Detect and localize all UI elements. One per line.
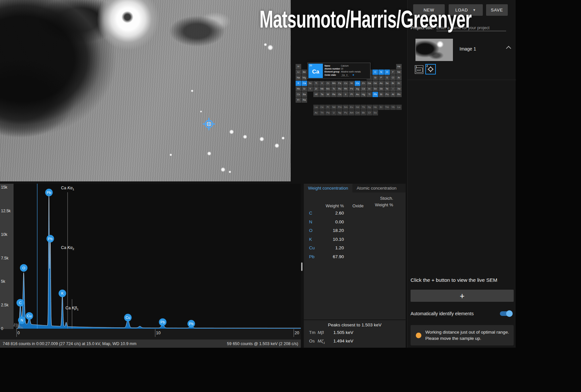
element-cell-Po[interactable]: Po	[384, 92, 390, 97]
element-cell-Nd[interactable]: Nd	[331, 105, 337, 110]
element-cell-Yb[interactable]: Yb	[390, 105, 396, 110]
element-cell-Pr[interactable]: Pr	[325, 105, 331, 110]
auto-identify-toggle[interactable]	[500, 311, 512, 316]
element-cell-C[interactable]: C	[372, 70, 378, 75]
element-cell-Ru[interactable]: Ru	[337, 86, 343, 92]
element-cell-Se[interactable]: Se	[384, 81, 390, 86]
element-cell-Ni[interactable]: Ni	[349, 81, 354, 86]
element-cell-U[interactable]: U	[331, 110, 337, 115]
element-cell-Au[interactable]: Au	[355, 92, 360, 97]
element-cell-La[interactable]: La	[313, 105, 319, 110]
element-cell-Ta[interactable]: Ta	[319, 92, 325, 97]
tab-weight-concentration[interactable]: Weight concentration	[304, 184, 352, 193]
element-cell-Y[interactable]: Y	[307, 86, 313, 92]
element-cell-Cr[interactable]: Cr	[325, 81, 331, 86]
element-cell-Ca[interactable]: Ca	[302, 81, 307, 86]
element-cell-Ne[interactable]: Ne	[396, 70, 402, 75]
element-cell-Np[interactable]: Np	[337, 110, 343, 115]
element-cell-Sn[interactable]: Sn	[372, 86, 378, 92]
element-cell-Tm[interactable]: Tm	[384, 105, 390, 110]
element-cell-Tb[interactable]: Tb	[361, 105, 366, 110]
element-cell-P[interactable]: P	[378, 75, 384, 80]
element-cell-Cd[interactable]: Cd	[361, 86, 366, 92]
element-cell-Sr[interactable]: Sr	[302, 86, 307, 92]
element-cell-Mo[interactable]: Mo	[325, 86, 331, 92]
element-cell-Am[interactable]: Am	[349, 110, 354, 115]
element-cell-Pb[interactable]: Pb	[372, 92, 378, 97]
element-cell-Os[interactable]: Os	[337, 92, 343, 97]
element-cell-Er[interactable]: Er	[378, 105, 384, 110]
element-cell-Ge[interactable]: Ge	[372, 81, 378, 86]
element-cell-He[interactable]: He	[396, 64, 402, 69]
element-cell-W[interactable]: W	[325, 92, 331, 97]
image-thumbnail[interactable]	[415, 39, 453, 61]
element-cell-Tc[interactable]: Tc	[331, 86, 337, 92]
element-cell-Br[interactable]: Br	[390, 81, 396, 86]
element-cell-Be[interactable]: Be	[302, 70, 307, 75]
element-cell-Bi[interactable]: Bi	[378, 92, 384, 97]
element-cell-K[interactable]: K	[296, 81, 301, 86]
element-cell-Eu[interactable]: Eu	[349, 105, 354, 110]
element-cell-Es[interactable]: Es	[372, 110, 378, 115]
element-cell-Gd[interactable]: Gd	[355, 105, 360, 110]
element-cell-O[interactable]: O	[384, 70, 390, 75]
element-cell-H[interactable]: H	[296, 64, 301, 69]
element-cell-Si[interactable]: Si	[372, 75, 378, 80]
element-cell-Cm[interactable]: Cm	[355, 110, 360, 115]
element-cell-Ga[interactable]: Ga	[367, 81, 372, 86]
sem-image-view[interactable]	[0, 0, 291, 181]
element-cell-Mn[interactable]: Mn	[331, 81, 337, 86]
element-cell-Fr[interactable]: Fr	[296, 97, 301, 103]
element-cell-N[interactable]: N	[378, 70, 384, 75]
element-cell-Co[interactable]: Co	[343, 81, 348, 86]
element-cell-Pm[interactable]: Pm	[337, 105, 343, 110]
element-cell-In[interactable]: In	[367, 86, 372, 92]
element-cell-Pd[interactable]: Pd	[349, 86, 354, 92]
element-cell-Te[interactable]: Te	[384, 86, 390, 92]
element-cell-Ti[interactable]: Ti	[313, 81, 319, 86]
element-cell-Kr[interactable]: Kr	[396, 81, 402, 86]
element-cell-Ra[interactable]: Ra	[302, 97, 307, 103]
element-cell-Ir[interactable]: Ir	[343, 92, 348, 97]
element-cell-Nb[interactable]: Nb	[319, 86, 325, 92]
element-cell-Zr[interactable]: Zr	[313, 86, 319, 92]
element-cell-V[interactable]: V	[319, 81, 325, 86]
element-cell-Th[interactable]: Th	[319, 110, 325, 115]
element-cell-Ac[interactable]: Ac	[313, 110, 319, 115]
scrollbar-thumb[interactable]	[301, 262, 302, 271]
spot-crosshair-marker[interactable]	[203, 118, 215, 130]
element-cell-Cu[interactable]: Cu	[355, 81, 360, 86]
element-cell-Tl[interactable]: Tl	[367, 92, 372, 97]
element-cell-Re[interactable]: Re	[331, 92, 337, 97]
element-cell-Rb[interactable]: Rb	[296, 86, 301, 92]
marker-spot-button[interactable]: 2	[425, 64, 436, 74]
element-cell-Lu[interactable]: Lu	[396, 105, 402, 110]
element-cell-Pa[interactable]: Pa	[325, 110, 331, 115]
element-cell-Mg[interactable]: Mg	[302, 75, 307, 80]
element-cell-Cf[interactable]: Cf	[367, 110, 372, 115]
element-cell-Sb[interactable]: Sb	[378, 86, 384, 92]
element-cell-As[interactable]: As	[378, 81, 384, 86]
element-cell-Pu[interactable]: Pu	[343, 110, 348, 115]
element-cell-Xe[interactable]: Xe	[396, 86, 402, 92]
element-cell-Ar[interactable]: Ar	[396, 75, 402, 80]
element-cell-Bk[interactable]: Bk	[361, 110, 366, 115]
element-cell-I[interactable]: I	[390, 86, 396, 92]
element-cell-Fe[interactable]: Fe	[337, 81, 343, 86]
element-cell-Ba[interactable]: Ba	[302, 92, 307, 97]
element-cell-Ho[interactable]: Ho	[372, 105, 378, 110]
element-cell-Ag[interactable]: Ag	[355, 86, 360, 92]
oxide-state-dropdown[interactable]: Ca▼	[341, 74, 349, 76]
element-cell-F[interactable]: F	[390, 70, 396, 75]
element-cell-Pt[interactable]: Pt	[349, 92, 354, 97]
save-button[interactable]: SAVE	[486, 4, 508, 16]
element-cell-Cs[interactable]: Cs	[296, 92, 301, 97]
element-cell-Cl[interactable]: Cl	[390, 75, 396, 80]
element-cell-Na[interactable]: Na	[296, 75, 301, 80]
element-cell-S[interactable]: S	[384, 75, 390, 80]
add-live-sem-button[interactable]: +	[411, 290, 514, 302]
element-cell-Li[interactable]: Li	[296, 70, 301, 75]
element-cell-Sc[interactable]: Sc	[307, 81, 313, 86]
element-cell-Zn[interactable]: Zn	[361, 81, 366, 86]
element-cell-Ce[interactable]: Ce	[319, 105, 325, 110]
